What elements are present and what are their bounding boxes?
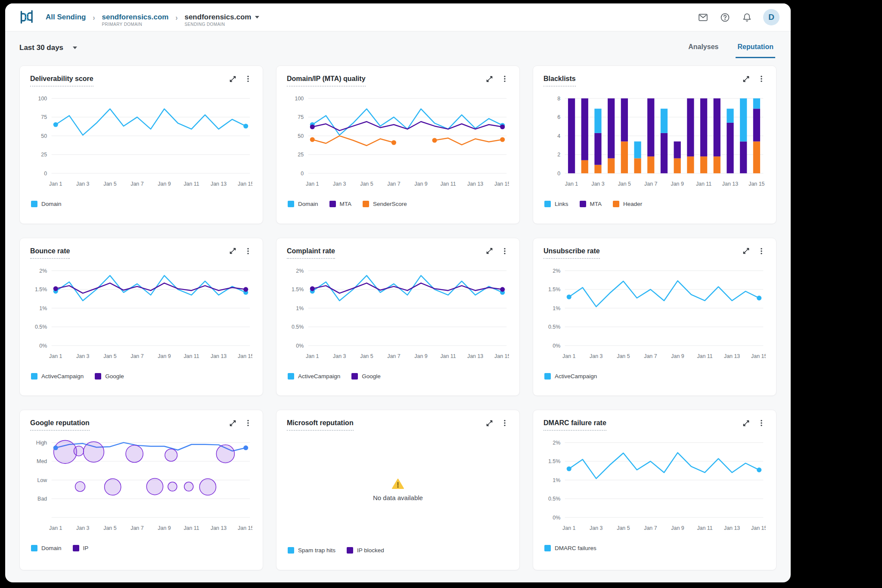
svg-text:Jan 15: Jan 15 [238,181,252,187]
legend-item: IP [73,545,89,551]
card-complaint-rate: Complaint rate 2%1.5%1%0.5%0%Jan 1Jan 3J… [276,238,520,396]
primary-domain-link[interactable]: sendforensics.com [102,13,169,22]
svg-text:Jan 11: Jan 11 [440,181,456,187]
expand-icon[interactable] [485,247,494,255]
all-sending-link[interactable]: All Sending [46,13,86,22]
date-range-picker[interactable]: Last 30 days [19,44,77,52]
expand-icon[interactable] [742,75,750,83]
svg-text:2%: 2% [553,268,560,274]
mail-icon[interactable] [697,12,708,23]
svg-text:Jan 7: Jan 7 [130,353,143,359]
avatar[interactable]: D [763,9,780,25]
chart-microsoft-reputation: No data available [287,437,509,542]
svg-text:Jan 1: Jan 1 [49,353,62,359]
tab-analyses[interactable]: Analyses [688,43,718,53]
chart-legend: Domain [30,198,252,211]
svg-text:75: 75 [41,114,47,120]
svg-text:Jan 13: Jan 13 [724,525,740,531]
kebab-menu-icon[interactable] [500,247,509,255]
svg-text:Jan 3: Jan 3 [590,353,602,359]
legend-label: ActiveCampaign [41,373,84,380]
breadcrumb-primary-domain[interactable]: sendforensics.com PRIMARY DOMAIN [102,13,169,22]
svg-text:Jan 7: Jan 7 [644,181,657,187]
kebab-menu-icon[interactable] [757,75,766,83]
svg-text:Jan 15: Jan 15 [494,353,509,359]
svg-text:2%: 2% [296,268,304,274]
legend-item: ActiveCampaign [544,373,597,380]
svg-text:Jan 13: Jan 13 [467,181,483,187]
chart-legend: DomainMTASenderScore [287,198,509,211]
card-title: Deliverability score [30,75,93,87]
expand-icon[interactable] [228,247,237,255]
card-title: Complaint rate [287,247,335,259]
svg-text:Jan 7: Jan 7 [644,525,657,531]
chart-deliverability-score: 1007550250Jan 1Jan 3Jan 5Jan 7Jan 9Jan 1… [30,93,252,196]
chevron-down-icon [73,47,77,49]
legend-item: MTA [329,201,352,207]
svg-text:Jan 9: Jan 9 [158,353,171,359]
svg-text:Jan 11: Jan 11 [183,525,199,531]
svg-text:Jan 7: Jan 7 [644,353,657,359]
svg-text:Jan 1: Jan 1 [49,525,62,531]
card-domain-ip-mta-quality: Domain/IP (MTA) quality 1007550250Jan 1J… [276,65,520,224]
expand-icon[interactable] [228,419,237,427]
notifications-icon[interactable] [741,12,752,23]
legend-swatch [31,201,37,207]
kebab-menu-icon[interactable] [500,419,509,427]
svg-text:0: 0 [301,171,304,177]
legend-item: Domain [288,201,318,207]
svg-text:Jan 9: Jan 9 [414,353,427,359]
svg-text:Jan 15: Jan 15 [238,353,252,359]
expand-icon[interactable] [485,419,494,427]
svg-text:100: 100 [38,96,47,102]
svg-text:2: 2 [557,152,560,158]
kebab-menu-icon[interactable] [244,247,252,255]
svg-text:Jan 5: Jan 5 [103,525,116,531]
legend-label: Spam trap hits [298,547,335,554]
expand-icon[interactable] [485,75,494,83]
legend-label: ActiveCampaign [298,373,340,380]
expand-icon[interactable] [228,75,237,83]
svg-text:Jan 15: Jan 15 [748,181,764,187]
legend-label: MTA [590,201,602,207]
svg-text:Jan 9: Jan 9 [414,181,427,187]
legend-item: Links [544,201,568,207]
kebab-menu-icon[interactable] [244,75,252,83]
kebab-menu-icon[interactable] [244,419,252,427]
chevron-down-icon[interactable] [255,16,259,19]
kebab-menu-icon[interactable] [500,75,509,83]
tab-reputation[interactable]: Reputation [737,43,773,53]
legend-label: MTA [340,201,352,207]
svg-text:Jan 5: Jan 5 [103,353,116,359]
expand-icon[interactable] [742,419,750,427]
legend-swatch [544,373,551,380]
legend-item: IP blocked [347,547,384,554]
expand-icon[interactable] [742,247,750,255]
svg-text:Jan 5: Jan 5 [617,353,630,359]
svg-text:Jan 7: Jan 7 [130,525,143,531]
kebab-menu-icon[interactable] [757,419,766,427]
svg-text:0.5%: 0.5% [548,496,560,502]
card-blacklists: Blacklists 86420Jan 1Jan 3Jan 5Jan 7Jan … [533,65,776,224]
sendforensics-logo[interactable] [16,8,36,27]
legend-label: Domain [298,201,318,207]
card-title: Domain/IP (MTA) quality [287,75,366,87]
breadcrumb-all-sending[interactable]: All Sending [46,13,86,22]
legend-swatch [544,545,551,551]
svg-text:Jan 3: Jan 3 [333,353,346,359]
legend-item: Domain [31,201,62,207]
chart-dmarc-failure-rate: 2%1.5%1%0.5%0%Jan 1Jan 3Jan 5Jan 7Jan 9J… [543,437,766,540]
svg-text:Jan 1: Jan 1 [562,525,575,531]
chart-domain-ip-mta-quality: 1007550250Jan 1Jan 3Jan 5Jan 7Jan 9Jan 1… [287,93,509,196]
svg-text:Jan 11: Jan 11 [440,353,456,359]
chart-complaint-rate: 2%1.5%1%0.5%0%Jan 1Jan 3Jan 5Jan 7Jan 9J… [287,265,509,368]
svg-text:Jan 9: Jan 9 [671,181,684,187]
help-icon[interactable] [719,12,730,23]
legend-swatch [288,201,294,207]
svg-text:Jan 7: Jan 7 [387,353,400,359]
svg-text:Jan 13: Jan 13 [722,181,738,187]
svg-text:Jan 7: Jan 7 [130,181,143,187]
sending-domain-link[interactable]: sendforensics.com [184,13,251,22]
breadcrumb-sending-domain[interactable]: sendforensics.com SENDING DOMAIN [184,13,259,22]
kebab-menu-icon[interactable] [757,247,766,255]
